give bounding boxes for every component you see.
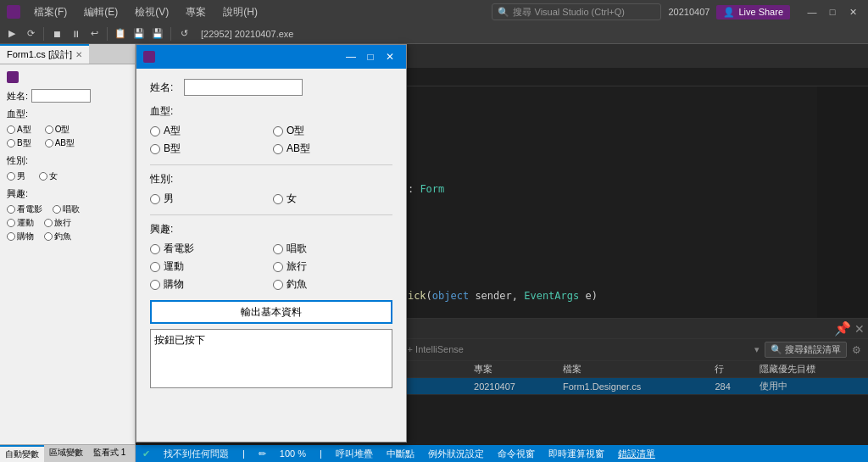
toolbar-btn-8[interactable]: 💾 (149, 25, 166, 42)
output-button[interactable]: 輸出基本資料 (150, 300, 392, 324)
app-logo (7, 5, 20, 19)
live-share-icon: 👤 (723, 7, 735, 18)
preview-radio-b[interactable]: B型 (7, 137, 31, 149)
status-bar: ✔ 找不到任何問題 | ✏ 100 % | 呼叫堆疊 中斷點 例外狀況設定 命令… (136, 445, 868, 462)
preview-name-label: 姓名: (7, 90, 28, 103)
preview-radio-travel[interactable]: 旅行 (44, 217, 71, 229)
toolbar-btn-1[interactable]: ▶ (3, 25, 20, 42)
status-exceptions[interactable]: 例外狀況設定 (428, 448, 484, 460)
bottom-panel-pin[interactable]: 📌 (834, 320, 851, 337)
dialog-maximize-button[interactable]: □ (361, 47, 380, 66)
toolbar-separator-1 (43, 27, 44, 41)
toolbar-btn-3[interactable]: ⏹ (48, 25, 65, 42)
preview-radio-o[interactable]: O型 (45, 124, 70, 136)
toolbar-btn-7[interactable]: 💾 (131, 25, 147, 42)
dialog-blood-b[interactable]: B型 (150, 142, 270, 156)
dialog-blood-a[interactable]: A型 (150, 124, 270, 138)
cell-project: 20210407 (469, 378, 558, 395)
app-title: 20210407 (668, 7, 709, 17)
col-file[interactable]: 檔案 (558, 361, 710, 378)
dialog-hobby-movie[interactable]: 看電影 (150, 242, 270, 256)
dialog-hobby-section: 興趣: 看電影 唱歌 運動 旅行 購物 釣魚 (150, 222, 392, 292)
dialog-hobby-sport[interactable]: 運動 (150, 259, 270, 274)
status-errorlist[interactable]: 錯誤清單 (618, 448, 655, 460)
left-panel: Form1.cs [設計] ✕ 姓名: 血型: A型 O型 B型 AB型 (0, 44, 136, 462)
status-command[interactable]: 命令視窗 (498, 448, 535, 460)
filter-icon[interactable]: ⚙ (852, 344, 861, 356)
close-button[interactable]: ✕ (844, 3, 861, 20)
status-sep: | (242, 448, 245, 459)
menu-edit[interactable]: 編輯(E) (77, 3, 125, 21)
status-callstack[interactable]: 呼叫堆疊 (336, 448, 373, 460)
debug-tabs: 自動變數 區域變數 監看式 1 (0, 444, 135, 462)
dialog-logo (143, 51, 155, 63)
menu-view[interactable]: 檢視(V) (128, 3, 175, 21)
preview-radio-a[interactable]: A型 (7, 124, 31, 136)
menu-file[interactable]: 檔案(F) (27, 3, 74, 21)
preview-gender-label: 性別: (7, 154, 128, 167)
intellisense-dropdown[interactable]: ▾ (754, 344, 760, 355)
preview-name-input[interactable] (31, 89, 91, 103)
debug-tab-local[interactable]: 區域變數 (44, 445, 88, 462)
dialog-name-input[interactable] (184, 79, 303, 96)
search-errors[interactable]: 🔍 搜尋錯誤清單 (765, 342, 847, 358)
dialog-hobby-travel[interactable]: 旅行 (273, 259, 392, 274)
toolbar-separator-3 (170, 27, 171, 41)
preview-radio-sport[interactable]: 運動 (7, 217, 34, 229)
main-layout: Form1.cs [設計] ✕ 姓名: 血型: A型 O型 B型 AB型 (0, 44, 868, 462)
preview-radio-ab[interactable]: AB型 (45, 137, 75, 149)
dialog-gender-male[interactable]: 男 (150, 192, 270, 206)
dialog-win-controls: — □ ✕ (342, 47, 399, 66)
status-sep2: | (320, 448, 322, 459)
left-tab-bar: Form1.cs [設計] ✕ (0, 44, 135, 64)
dialog-name-label: 姓名: (150, 81, 184, 95)
dialog-hobby-shop[interactable]: 購物 (150, 277, 270, 292)
status-immediate[interactable]: 即時運算視窗 (548, 448, 604, 460)
status-check: ✔ (142, 448, 150, 459)
toolbar-btn-4[interactable]: ⏸ (67, 25, 84, 42)
dialog-blood-section: 血型: A型 O型 B型 AB型 (150, 104, 392, 156)
dialog-close-button[interactable]: ✕ (381, 47, 399, 66)
status-notfound: 找不到任何問題 (164, 448, 229, 460)
preview-radio-movie[interactable]: 看電影 (7, 203, 42, 215)
preview-radio-sing[interactable]: 唱歌 (53, 203, 80, 215)
toolbar-btn-6[interactable]: 📋 (112, 25, 129, 42)
status-breakpoints[interactable]: 中斷點 (387, 448, 415, 460)
col-line[interactable]: 行 (709, 361, 754, 378)
preview-radio-female[interactable]: 女 (39, 170, 58, 182)
dialog-blood-ab[interactable]: AB型 (273, 142, 392, 156)
menu-project[interactable]: 專案 (179, 3, 213, 21)
toolbar-btn-5[interactable]: ↩ (86, 25, 103, 42)
global-search[interactable]: 🔍 搜尋 Visual Studio (Ctrl+Q) (492, 3, 661, 20)
left-tab-close-icon[interactable]: ✕ (75, 50, 82, 59)
maximize-button[interactable]: □ (824, 3, 841, 20)
menu-help[interactable]: 說明(H) (216, 3, 264, 21)
output-textarea[interactable]: 按鈕已按下 (150, 329, 392, 388)
toolbar-btn-undo[interactable]: ↺ (175, 25, 192, 42)
debug-tab-watch[interactable]: 監看式 1 (88, 445, 131, 462)
col-hidden[interactable]: 隱藏優先目標 (754, 361, 868, 378)
sub-toolbar: ▶ ⟳ ⏹ ⏸ ↩ 📋 💾 💾 ↺ [22952] 20210407.exe (0, 24, 868, 44)
live-share-button[interactable]: 👤 Live Share (716, 5, 790, 19)
preview-radio-fish[interactable]: 釣魚 (44, 231, 71, 242)
minimize-button[interactable]: — (804, 3, 821, 20)
status-zoom[interactable]: 100 % (280, 448, 306, 459)
dialog-hobby-sing[interactable]: 唱歌 (273, 242, 392, 256)
dialog-gender-section: 性別: 男 女 (150, 172, 392, 206)
bottom-panel-close[interactable]: ✕ (854, 322, 865, 336)
dialog-gender-label: 性別: (150, 172, 392, 186)
toolbar-btn-2[interactable]: ⟳ (22, 25, 39, 42)
process-label: [22952] 20210407.exe (201, 29, 294, 39)
col-project[interactable]: 專案 (469, 361, 558, 378)
preview-radio-shop[interactable]: 購物 (7, 231, 34, 242)
left-tab-designer[interactable]: Form1.cs [設計] ✕ (0, 44, 89, 64)
divider-1 (150, 164, 392, 165)
dialog-blood-label: 血型: (150, 104, 392, 119)
dialog-gender-female[interactable]: 女 (273, 192, 392, 206)
dialog-hobby-fish[interactable]: 釣魚 (273, 277, 392, 292)
debug-tab-auto[interactable]: 自動變數 (0, 445, 44, 462)
preview-radio-male[interactable]: 男 (7, 170, 25, 182)
dialog-minimize-button[interactable]: — (342, 47, 360, 66)
divider-2 (150, 214, 392, 215)
dialog-blood-o[interactable]: O型 (273, 124, 392, 138)
